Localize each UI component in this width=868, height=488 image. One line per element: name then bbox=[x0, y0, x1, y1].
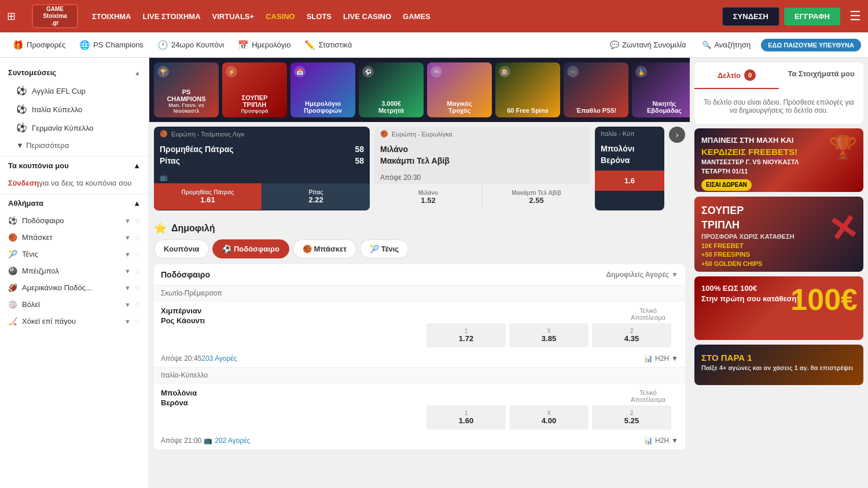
coupon-24h-link[interactable]: 🕐 24ωρο Κουπόνι bbox=[152, 36, 230, 54]
nav-virtuals[interactable]: VIRTUALS+ bbox=[212, 10, 255, 23]
live-match-1-btn-team2-value: 2.22 bbox=[266, 195, 366, 204]
right-banner-1-cta[interactable]: ΕΙΣΑΙ ΔΩΡΕΑΝ bbox=[701, 179, 752, 191]
promo-card-3-title: ΗμερολόγιοΠροσφορών bbox=[304, 100, 342, 114]
nav-slots[interactable]: SLOTS bbox=[307, 10, 332, 23]
baseball-star-icon[interactable]: ☆ bbox=[134, 267, 141, 275]
calendar-link[interactable]: 📅 Ημερολόγιο bbox=[232, 36, 296, 54]
shortcuts-more[interactable]: ▼ Περισσότερα bbox=[0, 137, 149, 154]
match-1-team2: Ρος Κάουντι bbox=[161, 316, 420, 326]
ps-champions-link[interactable]: 🌐 PS Champions bbox=[73, 36, 149, 54]
chevron-down-icon: ▼ bbox=[16, 141, 24, 150]
tab-basketball[interactable]: 🏀 Μπάσκετ bbox=[293, 239, 356, 258]
search-button[interactable]: 🔍 Αναζήτηση bbox=[696, 37, 756, 53]
tab-football-label: Ποδόσφαιρο bbox=[234, 245, 279, 253]
tab-coupons[interactable]: Κουπόνια bbox=[154, 239, 209, 258]
tab-tennis[interactable]: 🎾 Τένις bbox=[360, 239, 409, 258]
register-button[interactable]: ΕΓΓΡΑΦΗ bbox=[784, 8, 840, 25]
chart-icon-2: 📊 bbox=[644, 437, 653, 445]
nav-casino[interactable]: CASINO bbox=[266, 10, 295, 23]
promo-card-super-triple[interactable]: ⚡ ΣΟΥΠΕΡΤΡΙΠΛΗ Προσφορά bbox=[222, 62, 287, 117]
match-1-odd-2[interactable]: 2 4.35 bbox=[592, 323, 671, 347]
promo-card-winner[interactable]: 🏅 ΝικητήςΕβδομάδας bbox=[632, 62, 690, 117]
coupons-header[interactable]: Τα κουπόνια μου ▲ bbox=[0, 156, 149, 175]
ice-hockey-star-icon[interactable]: ☆ bbox=[134, 317, 141, 326]
match-2-odd-1[interactable]: 1 1.60 bbox=[426, 405, 506, 430]
logo-area[interactable]: GAMEStoixima.gr bbox=[32, 4, 78, 28]
shortcuts-header[interactable]: Συντομεύσεις ▲ bbox=[0, 64, 149, 82]
sidebar-sport-baseball[interactable]: 🎱 Μπέιζμπολ ▼ ☆ bbox=[0, 263, 149, 279]
promo-card-cash[interactable]: ⚽ 3.000€Μετρητά bbox=[359, 62, 424, 117]
popular-markets-btn[interactable]: Δημοφιλείς Αγορές ▼ bbox=[606, 271, 678, 279]
tab-betslip[interactable]: Δελτίο 0 bbox=[694, 62, 779, 89]
sidebar-sport-volleyball[interactable]: 🏐 Βόλεϊ ▼ ☆ bbox=[0, 296, 149, 313]
live-match-2-btn-team1[interactable]: Μιλάνο 1.52 bbox=[374, 184, 482, 210]
live-match-3-btn[interactable]: 1.6 bbox=[595, 171, 664, 191]
nav-games[interactable]: GAMES bbox=[403, 10, 431, 23]
sidebar-item-england-efl[interactable]: ⚽ Αγγλία EFL Cup bbox=[0, 82, 149, 100]
match-1-odd-1[interactable]: 1 1.72 bbox=[426, 323, 506, 347]
match-1-markets-link[interactable]: 203 Αγορές bbox=[201, 354, 237, 363]
american-football-star-icon[interactable]: ☆ bbox=[134, 284, 141, 292]
sidebar-sport-football[interactable]: ⚽ Ποδόσφαιρο ▼ ☆ bbox=[0, 212, 149, 229]
ps-champions-label: PS Champions bbox=[93, 40, 144, 49]
match-1-odd-2-value: 4.35 bbox=[624, 334, 639, 343]
promo-card-calendar[interactable]: 📅 ΗμερολόγιοΠροσφορών bbox=[290, 62, 355, 117]
match-2-h2h-btn[interactable]: 📊 H2H ▼ bbox=[644, 437, 678, 445]
live-match-1-btn-team1[interactable]: Προμηθέας Πάτρας 1.61 bbox=[154, 183, 262, 210]
right-banner-4[interactable]: ΣΤΟ ΠΑΡΑ 1 Παίξε 4+ αγώνες και αν χάσεις… bbox=[694, 345, 863, 385]
match-2-odd-x[interactable]: Χ 4.00 bbox=[509, 405, 589, 430]
live-match-2-team2: Μακάμπι Τελ Αβίβ bbox=[380, 155, 584, 167]
offers-link[interactable]: 🎁 Προσφορές bbox=[7, 36, 71, 54]
live-match-1-btn-team2[interactable]: Ρίτας 2.22 bbox=[262, 183, 370, 210]
sidebar-item-italy-cup[interactable]: ⚽ Ιταλία Κύπελλο bbox=[0, 100, 149, 119]
promo-card-ps5[interactable]: 🎮 Έπαθλο PS5! bbox=[564, 62, 628, 117]
tennis-star-icon[interactable]: ☆ bbox=[134, 250, 141, 258]
match-2-markets-link[interactable]: 202 Αγορές bbox=[215, 437, 250, 445]
match-2-odd-2[interactable]: 2 5.25 bbox=[592, 405, 671, 430]
sidebar-sport-basketball[interactable]: 🏀 Μπάσκετ ▼ ☆ bbox=[0, 229, 149, 246]
live-match-1-footer: Προμηθέας Πάτρας 1.61 Ρίτας 2.22 bbox=[154, 183, 370, 210]
sidebar-item-germany-cup[interactable]: ⚽ Γερμανία Κύπελλο bbox=[0, 119, 149, 137]
live-match-1-league: 🏀 Ευρώπη - Τσάμπιονς Λιγκ bbox=[154, 127, 370, 141]
betslip-tabs: Δελτίο 0 Τα Στοιχήματά μου bbox=[694, 62, 863, 89]
grid-icon[interactable]: ⊞ bbox=[7, 10, 16, 23]
sidebar-sport-american-football[interactable]: 🏈 Αμερικάνικο Ποδός... ▼ ☆ bbox=[0, 279, 149, 296]
stats-link[interactable]: ✏️ Στατιστικά bbox=[299, 36, 358, 54]
match-2-team1: Μπολόνια bbox=[161, 388, 420, 398]
sidebar-sport-tennis[interactable]: 🎾 Τένις ▼ ☆ bbox=[0, 246, 149, 263]
right-banner-3[interactable]: 100% ΕΩΣ 100€ Στην πρώτη σου κατάθεση! 1… bbox=[694, 276, 863, 340]
football-star-icon[interactable]: ☆ bbox=[134, 217, 141, 225]
live-match-2-btn-team2[interactable]: Μακάμπι Τελ Αβίβ 2.55 bbox=[482, 184, 590, 210]
match-1-h2h-btn[interactable]: 📊 H2H ▼ bbox=[644, 354, 678, 363]
basketball-star-icon[interactable]: ☆ bbox=[134, 234, 141, 242]
shortcuts-more-label: Περισσότερα bbox=[26, 141, 69, 150]
tennis-icon: 🎾 bbox=[8, 250, 17, 258]
ice-hockey-label: Χόκεϊ επί πάγου bbox=[22, 317, 76, 326]
live-chat-button[interactable]: 💬 Ζωντανή Συνομιλία bbox=[604, 37, 692, 53]
promo-card-magic-wheel[interactable]: 🎡 ΜαγικόςΤροχός bbox=[427, 62, 492, 117]
nav-live-casino[interactable]: LIVE CASINO bbox=[343, 10, 391, 23]
responsible-gaming-button[interactable]: ΕΔΩ ΠΑΙΖΟΥΜΕ ΥΠΕΥΘΥΝΑ bbox=[761, 39, 861, 51]
right-banner-4-line1: ΣΤΟ ΠΑΡΑ 1 bbox=[701, 352, 853, 364]
tab-my-bets[interactable]: Τα Στοιχήματά μου bbox=[779, 62, 863, 89]
match-2-result-label-row: Τελικό Αποτέλεσμα bbox=[420, 388, 678, 403]
login-button[interactable]: ΣΥΝΔΕΣΗ bbox=[722, 7, 779, 26]
match-2-result-label: Τελικό Αποτέλεσμα bbox=[625, 389, 671, 403]
nav-stoixima[interactable]: ΣΤΟΙΧΗΜΑ bbox=[92, 10, 131, 23]
live-matches-next-arrow[interactable]: › bbox=[669, 127, 685, 143]
right-banner-1[interactable]: ΜΠΑΙΝΕΙΣ ΣΤΗ ΜΑΧΗ ΚΑΙ ΚΕΡΔΙΖΕΙΣ FREEBETS… bbox=[694, 128, 863, 192]
sidebar-sport-ice-hockey[interactable]: 🏒 Χόκεϊ επί πάγου ▼ ☆ bbox=[0, 313, 149, 330]
right-banner-2-line2: ΤΡΙΠΛΗ bbox=[701, 218, 795, 232]
tab-football[interactable]: ⚽ Ποδόσφαιρο bbox=[212, 239, 289, 258]
sports-header[interactable]: Αθλήματα ▲ bbox=[0, 194, 149, 212]
right-banner-2[interactable]: ΣΟΥΠΕΡ ΤΡΙΠΛΗ ΠΡΟΣΦΟΡΑ ΧΩΡΙΣ ΚΑΤΑΘΕΣΗ 10… bbox=[694, 197, 863, 272]
live-match-2-btn-team1-label: Μιλάνο bbox=[378, 190, 479, 196]
coupons-login-link[interactable]: Σύνδεση bbox=[8, 179, 39, 187]
logo[interactable]: GAMEStoixima.gr bbox=[32, 4, 78, 28]
promo-card-ps-champions[interactable]: 🏆 PSCHAMPIONS Μan. Γιουν. vs Νιούκαστλ bbox=[154, 62, 219, 117]
hamburger-icon[interactable]: ☰ bbox=[849, 9, 861, 24]
volleyball-star-icon[interactable]: ☆ bbox=[134, 301, 141, 309]
nav-live-stoixima[interactable]: LIVE ΣΤΟΙΧΗΜΑ bbox=[143, 10, 201, 23]
match-1-odd-x[interactable]: Χ 3.85 bbox=[509, 323, 589, 347]
promo-card-free-spins[interactable]: 🎰 60 Free Spins bbox=[495, 62, 560, 117]
